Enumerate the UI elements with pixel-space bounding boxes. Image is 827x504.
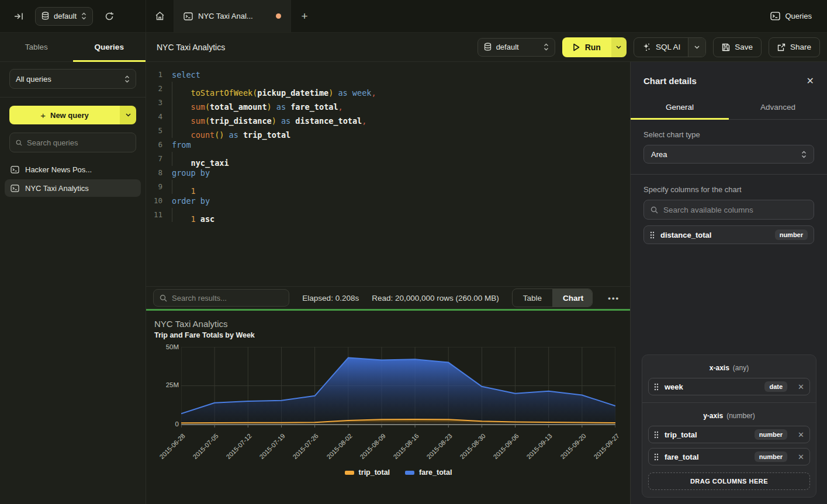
run-button-main[interactable]: Run xyxy=(562,37,611,57)
code-line[interactable]: 5count() as trip_total xyxy=(146,124,630,138)
search-results-input[interactable] xyxy=(172,294,283,303)
code-line[interactable]: 6from xyxy=(146,138,630,152)
divider xyxy=(0,97,146,98)
y-axis-column-fare-total[interactable]: fare_total number ✕ xyxy=(648,448,810,465)
details-title: Chart details xyxy=(643,76,697,86)
drag-handle-icon[interactable] xyxy=(654,383,659,391)
more-options-icon[interactable]: ••• xyxy=(605,294,622,303)
code-line[interactable]: 7nyc_taxi xyxy=(146,152,630,166)
sidebar-tab-tables[interactable]: Tables xyxy=(0,33,73,61)
database-value: default xyxy=(54,12,77,20)
share-button[interactable]: Share xyxy=(769,37,820,57)
database-selector[interactable]: default xyxy=(35,7,93,26)
legend-label: fare_total xyxy=(419,468,452,477)
database-icon xyxy=(41,12,49,20)
search-results-box xyxy=(153,289,289,307)
chart-type-select[interactable]: Area xyxy=(643,145,814,164)
column-name: week xyxy=(665,383,683,391)
tab-advanced[interactable]: Advanced xyxy=(729,96,827,119)
line-number: 5 xyxy=(146,124,162,138)
drag-columns-dropzone[interactable]: DRAG COLUMNS HERE xyxy=(648,472,810,490)
query-name: NYC Taxi Analytics xyxy=(25,184,89,193)
sql-editor[interactable]: 1select2toStartOfWeek(pickup_datetime) a… xyxy=(146,62,630,286)
sql-ai-button[interactable]: SQL AI xyxy=(634,37,706,57)
new-query-caret[interactable] xyxy=(120,106,136,124)
remove-column-icon[interactable]: ✕ xyxy=(793,453,804,461)
legend-item-trip_total[interactable]: trip_total xyxy=(345,468,390,477)
sql-ai-caret[interactable] xyxy=(688,38,705,57)
query-list-item[interactable]: Hacker News Pos... xyxy=(5,161,141,178)
queries-button[interactable]: Queries xyxy=(770,0,827,32)
line-number: 9 xyxy=(146,180,162,194)
sql-console-app: default NYC Taxi Anal... + Queries Table… xyxy=(0,0,827,504)
query-filter-value: All queries xyxy=(16,75,51,84)
search-columns-input[interactable] xyxy=(663,206,807,214)
line-number: 4 xyxy=(146,110,162,124)
view-toggle-chart[interactable]: Chart xyxy=(552,289,593,307)
new-tab-button[interactable]: + xyxy=(291,0,318,32)
query-list-item-selected[interactable]: NYC Taxi Analytics xyxy=(5,179,141,197)
new-query-main[interactable]: + New query xyxy=(9,106,120,124)
search-queries-input[interactable] xyxy=(27,138,130,147)
save-button[interactable]: Save xyxy=(713,37,762,57)
area-chart-plot[interactable] xyxy=(181,347,615,429)
home-tab[interactable] xyxy=(146,0,174,32)
code-line[interactable]: 8group by xyxy=(146,166,630,180)
code-line[interactable]: 111 asc xyxy=(146,208,630,222)
line-number: 2 xyxy=(146,82,162,96)
run-options-caret[interactable] xyxy=(611,37,627,57)
new-query-button[interactable]: + New query xyxy=(9,106,136,124)
code-line[interactable]: 91 xyxy=(146,180,630,194)
line-number: 7 xyxy=(146,152,162,166)
view-toggle-table[interactable]: Table xyxy=(513,289,552,307)
chart-details-panel: Chart details ✕ General Advanced Select … xyxy=(630,62,827,504)
y-axis-column-trip-total[interactable]: trip_total number ✕ xyxy=(648,426,810,443)
x-axis-label: x-axis xyxy=(710,364,729,372)
x-tick-label: 2015-09-27 xyxy=(592,432,620,460)
run-database-value: default xyxy=(496,43,519,51)
query-tab[interactable]: NYC Taxi Anal... xyxy=(174,0,291,32)
view-toggle: Table Chart xyxy=(512,289,593,307)
code-line[interactable]: 3sum(total_amount) as fare_total, xyxy=(146,96,630,110)
sparkle-icon xyxy=(642,43,650,51)
run-database-selector[interactable]: default xyxy=(477,38,555,57)
sidebar-tab-queries[interactable]: Queries xyxy=(73,33,146,61)
refresh-icon[interactable] xyxy=(101,8,117,25)
code-line[interactable]: 1select xyxy=(146,68,630,82)
y-tick-label: 0 xyxy=(155,420,179,427)
x-axis-header: x-axis(any) xyxy=(648,362,810,378)
query-list: Hacker News Pos... NYC Taxi Analytics xyxy=(9,161,136,197)
drag-handle-icon[interactable] xyxy=(654,431,659,439)
available-column-distance-total[interactable]: distance_total number xyxy=(643,225,814,244)
legend-swatch xyxy=(405,471,414,475)
chevron-down-icon xyxy=(126,113,131,117)
elapsed-time: Elapsed: 0.208s xyxy=(302,294,359,303)
share-icon xyxy=(777,43,786,51)
code-line[interactable]: 2toStartOfWeek(pickup_datetime) as week, xyxy=(146,82,630,96)
remove-column-icon[interactable]: ✕ xyxy=(793,430,804,439)
divider xyxy=(631,174,827,175)
chevron-updown-icon xyxy=(544,43,549,51)
sql-ai-main[interactable]: SQL AI xyxy=(634,38,688,57)
x-axis-column-week[interactable]: week date ✕ xyxy=(648,378,810,395)
collapse-sidebar-icon[interactable] xyxy=(11,8,27,25)
drag-handle-icon[interactable] xyxy=(654,453,659,461)
chart-type-value: Area xyxy=(651,150,667,159)
code-line[interactable]: 10order by xyxy=(146,194,630,208)
rows-read: Read: 20,000,000 rows (260.00 MB) xyxy=(372,294,499,303)
query-filter-select[interactable]: All queries xyxy=(9,69,136,89)
close-icon[interactable]: ✕ xyxy=(807,77,814,86)
x-tick-label: 2015-09-06 xyxy=(492,432,520,460)
line-number: 6 xyxy=(146,138,162,152)
unsaved-dot xyxy=(276,13,281,19)
code-line[interactable]: 4sum(trip_distance) as distance_total, xyxy=(146,110,630,124)
tab-general[interactable]: General xyxy=(631,96,729,119)
line-number: 3 xyxy=(146,96,162,110)
new-query-label: New query xyxy=(50,111,89,120)
drag-handle-icon[interactable] xyxy=(650,231,655,239)
remove-column-icon[interactable]: ✕ xyxy=(793,383,804,391)
chart-panel: NYC Taxi Analytics Trip and Fare Totals … xyxy=(146,311,630,504)
line-number: 11 xyxy=(146,208,162,222)
run-button[interactable]: Run xyxy=(562,37,627,57)
legend-item-fare_total[interactable]: fare_total xyxy=(405,468,452,477)
